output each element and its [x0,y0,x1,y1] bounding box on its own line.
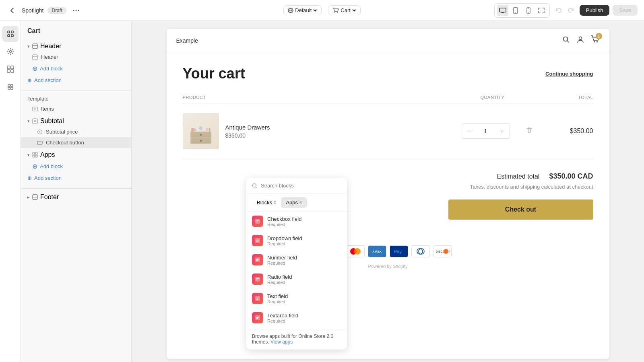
footer-section-header[interactable]: ▸ Footer [21,190,131,202]
checkout-button[interactable]: Check out [448,200,593,220]
svg-point-61 [444,249,448,254]
quantity-increase-button[interactable]: + [495,124,510,138]
discover-icon: DISCOVER [433,245,452,257]
cart-icon[interactable]: 1 [591,35,600,45]
header-add-section-button[interactable]: ⊕ Add section [21,75,131,86]
subtotal-section-header[interactable]: ▾ Subtotal [21,114,131,126]
add-block-popup: Blocks 0 Apps 6 Checkbox field Required [246,178,347,350]
cart-selector[interactable]: Cart [328,5,361,15]
item-name: Antique Drawers [225,124,270,131]
svg-rect-19 [7,70,10,72]
desktop-icon-button[interactable] [497,5,508,16]
save-button[interactable]: Save [613,5,638,16]
items-item[interactable]: Items [21,103,131,114]
header-icons: 1 [562,35,600,45]
popup-item-name: Text field [267,293,288,299]
svg-rect-23 [33,55,37,60]
popup-item-name: Checkbox field [267,216,301,222]
tax-note: Taxes, discounts and shipping calculated… [470,184,593,190]
header-add-block-button[interactable]: ⊕ Add block [21,62,131,75]
svg-point-43 [597,41,598,43]
back-button[interactable] [6,5,18,16]
add-section-plus-icon: ⊕ [27,77,32,83]
blocks-tab[interactable]: Blocks 0 [252,197,281,208]
sidebar-sections-icon[interactable] [2,26,19,42]
publish-button[interactable]: Publish [580,5,610,16]
footer-section-group: ▸ Footer [21,190,131,206]
default-selector[interactable]: Default [283,5,322,15]
svg-rect-18 [11,66,14,69]
continue-shopping-link[interactable]: Continue shopping [545,71,593,77]
panel-title: Cart [21,21,131,39]
search-icon[interactable] [562,35,570,45]
svg-rect-25 [33,107,37,111]
popup-item-name: Radio field [267,274,292,280]
apps-section-header[interactable]: ▾ Apps [21,148,131,160]
popup-item[interactable]: Textarea field Required [246,308,347,327]
sidebar-blocks-icon[interactable] [2,61,19,77]
popup-item-sub: Required [267,222,301,227]
svg-point-53 [206,128,208,131]
search-blocks-input[interactable] [261,183,341,189]
topbar: Spotlight Draft Default Cart [0,0,644,21]
popup-search-icon [252,183,258,189]
redo-button[interactable] [565,5,576,16]
mobile-icon-button[interactable] [523,5,534,16]
view-apps-link[interactable]: View apps [270,339,293,345]
popup-item-name: Textarea field [267,313,298,319]
apps-tab[interactable]: Apps 6 [281,197,307,208]
popup-item-icon [252,274,263,285]
svg-point-8 [515,12,516,13]
svg-rect-17 [7,66,10,69]
popup-item[interactable]: Dropdown field Required [246,231,347,250]
undo-button[interactable] [553,5,564,16]
popup-item[interactable]: Text field Required [246,289,347,308]
delete-item-button[interactable] [526,127,533,136]
account-icon[interactable] [576,35,584,45]
store-header-bar: Example 1 [167,29,609,52]
popup-item[interactable]: Number field Required [246,250,347,269]
popup-item-sub: Required [267,299,288,304]
svg-rect-38 [33,195,37,200]
header-section-icon [32,43,38,49]
svg-rect-37 [35,155,37,157]
svg-rect-21 [33,44,37,49]
fullscreen-icon-button[interactable] [536,5,547,16]
footer-section-icon [32,194,38,200]
powered-by: Powered by Shopify [183,264,593,269]
popup-item-info: Checkbox field Required [267,216,301,227]
popup-item-icon [252,312,263,323]
cart-item-row: Antique Drawers $350.00 − 1 + [183,103,593,159]
items-icon [32,106,38,112]
svg-point-10 [528,12,529,13]
template-label: Template [27,96,49,102]
footer-collapse-icon: ▸ [27,195,30,200]
sidebar-settings-icon[interactable] [2,43,19,60]
checkout-button-item[interactable]: Checkout button [21,137,131,148]
svg-rect-70 [256,259,259,260]
svg-point-4 [334,12,335,13]
subtotal-price-item[interactable]: $ Subtotal price [21,126,131,137]
header-item[interactable]: Header [21,51,131,62]
topbar-center: Default Cart [219,5,426,15]
more-button[interactable] [70,5,82,16]
apps-add-block-button[interactable]: ⊕ Add block [21,160,131,173]
quantity-decrease-button[interactable]: − [462,124,477,138]
popup-item[interactable]: Checkbox field Required [246,212,347,231]
apps-add-section-button[interactable]: ⊕ Add section [21,173,131,183]
sidebar-apps-icon[interactable] [2,79,19,95]
quantity-control[interactable]: − 1 + [462,123,510,139]
header-section-header[interactable]: ▾ Header [21,39,131,51]
svg-rect-65 [256,222,258,222]
draft-badge[interactable]: Draft [47,7,66,14]
item-info: Antique Drawers $350.00 [225,124,270,139]
svg-rect-66 [255,238,260,243]
apps-tab-count: 6 [299,200,302,205]
item-price: $350.00 [225,132,270,139]
popup-item[interactable]: Radio field Required [246,269,347,289]
tablet-icon-button[interactable] [510,5,521,16]
divider-2 [21,188,131,189]
cart-badge: 1 [596,33,602,39]
cart-summary: Estimated total $350.00 CAD Taxes, disco… [183,159,593,226]
popup-item-sub: Required [267,280,292,285]
